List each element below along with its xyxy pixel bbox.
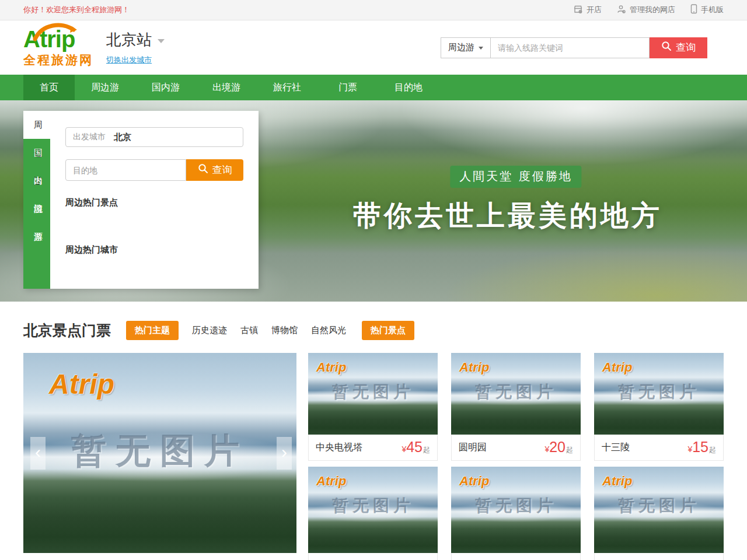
topbar: 你好！欢迎您来到全程旅游网！ 开店 管理我的网店 手机版 <box>0 0 747 20</box>
chevron-down-icon <box>479 47 483 50</box>
filter-hot-spots[interactable]: 热门景点 <box>362 321 414 340</box>
panel-search-button[interactable]: 查询 <box>186 159 243 181</box>
panel-tab-nearby[interactable]: 周边游 <box>23 111 50 139</box>
nav-item-outbound[interactable]: 出境游 <box>196 75 257 100</box>
search-icon <box>661 41 672 54</box>
nav-item-domestic[interactable]: 国内游 <box>135 75 196 100</box>
open-shop-link[interactable]: 开店 <box>573 5 602 16</box>
shop-icon <box>573 5 583 16</box>
card-title: 中央电视塔 <box>316 442 362 454</box>
nav-item-home[interactable]: 首页 <box>23 75 75 100</box>
carousel-prev-arrow-icon[interactable]: ‹ <box>30 437 46 470</box>
filter-hot-themes[interactable]: 热门主题 <box>126 321 179 340</box>
no-image-placeholder: Atrip 暂无图片 <box>23 353 296 553</box>
ticket-card-ming-tombs[interactable]: Atrip 暂无图片 十三陵 ¥ 15 起 <box>594 353 724 461</box>
header: Atrip 全程旅游网 北京站 切换出发城市 周边游 查询 <box>0 20 747 75</box>
panel-tabs: 周边游 国内游 出境游 门票 <box>23 111 50 289</box>
main-nav: 首页 周边游 国内游 出境游 旅行社 门票 目的地 <box>0 75 747 100</box>
search-category-select[interactable]: 周边游 <box>441 37 491 58</box>
welcome-text: 你好！欢迎您来到全程旅游网！ <box>23 5 130 15</box>
nav-item-destination[interactable]: 目的地 <box>378 75 439 100</box>
ticket-card-yuanmingyuan[interactable]: Atrip 暂无图片 圆明园 ¥ 20 起 <box>451 353 581 461</box>
departure-city-field[interactable]: 出发城市 北京 <box>65 127 243 147</box>
panel-tab-tickets[interactable]: 门票 <box>23 195 50 223</box>
no-image-placeholder: Atrip 暂无图片 <box>451 353 581 435</box>
nav-item-agency[interactable]: 旅行社 <box>257 75 317 100</box>
manage-shop-link[interactable]: 管理我的网店 <box>617 5 675 16</box>
trip-search-panel: 周边游 国内游 出境游 门票 出发城市 北京 查询 周边热门景点 周边热门城市 <box>23 111 259 289</box>
nav-item-tickets[interactable]: 门票 <box>317 75 378 100</box>
departure-value: 北京 <box>114 132 131 143</box>
city-station: 北京站 切换出发城市 <box>106 30 165 65</box>
ticket-card-grid: Atrip 暂无图片 中央电视塔 ¥ 45 起 Atrip 暂无图片 <box>308 353 724 560</box>
card-title: 圆明园 <box>459 442 487 454</box>
ticket-card-cctv-tower[interactable]: Atrip 暂无图片 中央电视塔 ¥ 45 起 <box>308 353 438 461</box>
filter-ancient-towns[interactable]: 古镇 <box>240 325 258 336</box>
filter-historic-sites[interactable]: 历史遗迹 <box>192 325 227 336</box>
no-image-placeholder: Atrip 暂无图片 <box>594 353 724 435</box>
site-logo[interactable]: Atrip 全程旅游网 <box>23 27 93 68</box>
topbar-links: 开店 管理我的网店 手机版 <box>573 4 724 16</box>
filter-museums[interactable]: 博物馆 <box>271 325 298 336</box>
nav-item-nearby[interactable]: 周边游 <box>75 75 135 100</box>
switch-city-link[interactable]: 切换出发城市 <box>106 55 152 65</box>
search-icon <box>198 163 208 177</box>
search-input[interactable] <box>491 37 650 58</box>
logo-subtitle: 全程旅游网 <box>23 52 93 68</box>
featured-carousel[interactable]: Atrip 暂无图片 ‹ › <box>23 353 296 553</box>
hero-banner: 人間天堂 度假勝地 带你去世上最美的地方 周边游 国内游 出境游 门票 出发城市… <box>0 100 747 302</box>
panel-tab-domestic[interactable]: 国内游 <box>23 139 50 167</box>
carousel-next-arrow-icon[interactable]: › <box>277 437 292 470</box>
card-title: 十三陵 <box>602 442 630 454</box>
card-price: ¥ 15 起 <box>687 440 716 455</box>
hot-cities-heading: 周边热门城市 <box>65 244 243 256</box>
ticket-filters: 热门主题 历史遗迹 古镇 博物馆 自然风光 热门景点 <box>126 321 414 340</box>
user-icon <box>617 5 626 16</box>
filter-nature[interactable]: 自然风光 <box>311 325 346 336</box>
section-title: 北京景点门票 <box>23 321 111 340</box>
tickets-section-header: 北京景点门票 热门主题 历史遗迹 古镇 博物馆 自然风光 热门景点 <box>23 321 724 340</box>
ticket-card[interactable]: Atrip 暂无图片 <box>308 467 438 560</box>
placeholder-logo: Atrip <box>49 368 114 400</box>
placeholder-watermark: 暂无图片 <box>23 428 296 475</box>
no-image-placeholder: Atrip 暂无图片 <box>451 467 581 553</box>
no-image-placeholder: Atrip 暂无图片 <box>594 467 724 553</box>
search-button[interactable]: 查询 <box>650 37 707 58</box>
panel-body: 出发城市 北京 查询 周边热门景点 周边热门城市 <box>50 111 259 289</box>
mobile-icon <box>690 4 697 16</box>
no-image-placeholder: Atrip 暂无图片 <box>308 467 438 553</box>
station-selector[interactable]: 北京站 <box>106 30 165 50</box>
card-price: ¥ 45 起 <box>402 440 430 455</box>
ticket-card[interactable]: Atrip 暂无图片 <box>451 467 581 560</box>
mobile-version-link[interactable]: 手机版 <box>690 4 724 16</box>
hero-badge: 人間天堂 度假勝地 <box>450 166 581 188</box>
hot-spots-heading: 周边热门景点 <box>65 197 243 208</box>
header-search: 周边游 查询 <box>441 37 707 58</box>
hero-title: 带你去世上最美的地方 <box>353 197 662 235</box>
no-image-placeholder: Atrip 暂无图片 <box>308 353 438 435</box>
destination-input[interactable] <box>65 159 186 181</box>
departure-label: 出发城市 <box>73 132 106 142</box>
logo-swoosh-icon <box>32 22 79 45</box>
panel-tab-outbound[interactable]: 出境游 <box>23 167 50 195</box>
ticket-card[interactable]: Atrip 暂无图片 <box>594 467 724 560</box>
caret-down-icon <box>158 39 165 43</box>
card-price: ¥ 20 起 <box>544 440 573 455</box>
